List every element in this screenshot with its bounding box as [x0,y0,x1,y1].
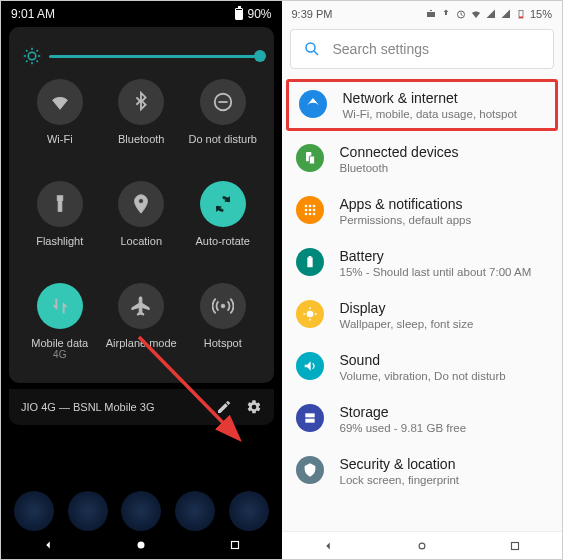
briefcase-icon [425,8,437,20]
qs-tile-label: Airplane mode [106,337,177,349]
svg-line-21 [314,51,318,55]
svg-point-29 [312,209,315,212]
clock: 9:01 AM [11,7,55,21]
airplane-icon [118,283,164,329]
devices-icon [296,144,324,172]
settings-screen: 9:39 PM 15% Search settings Network & in… [282,1,563,559]
settings-row-sub: Permissions, default apps [340,214,472,226]
apps-icon [296,196,324,224]
status-bar-right: 9:39 PM 15% [282,1,563,23]
battery-icon [515,8,527,20]
search-placeholder: Search settings [333,41,430,57]
settings-row-security[interactable]: Security & locationLock screen, fingerpr… [282,445,563,497]
home-icon[interactable] [415,539,429,553]
svg-point-30 [304,213,307,216]
recent-icon[interactable] [508,539,522,553]
settings-row-title: Network & internet [343,90,518,106]
autorotate-icon [200,181,246,227]
back-icon[interactable] [41,538,55,552]
settings-row-title: Sound [340,352,506,368]
svg-point-25 [308,205,311,208]
qs-tile-label: Flashlight [36,235,83,247]
svg-point-27 [304,209,307,212]
qs-tile-dnd[interactable]: Do not disturb [182,79,264,173]
svg-point-28 [308,209,311,212]
settings-row-sub: Bluetooth [340,162,459,174]
display-icon [296,300,324,328]
brightness-slider[interactable] [19,37,264,79]
qs-tile-label: Location [120,235,162,247]
settings-list: Network & internetWi-Fi, mobile, data us… [282,79,563,497]
battery-pct: 15% [530,8,552,20]
dock-app[interactable] [229,491,269,531]
qs-tile-hotspot[interactable]: Hotspot [182,283,264,377]
svg-line-6 [37,61,39,63]
qs-tile-wifi[interactable]: Wi-Fi [19,79,101,173]
storage-icon [296,404,324,432]
svg-rect-34 [308,256,311,257]
settings-row-apps[interactable]: Apps & notificationsPermissions, default… [282,185,563,237]
home-icon[interactable] [134,538,148,552]
clock: 9:39 PM [292,8,333,20]
settings-row-battery[interactable]: Battery15% - Should last until about 7:0… [282,237,563,289]
svg-rect-41 [305,419,314,423]
recent-icon[interactable] [228,538,242,552]
back-icon[interactable] [321,539,335,553]
qs-tile-label: Bluetooth [118,133,164,145]
qs-tile-label: Do not disturb [189,133,257,145]
edit-icon[interactable] [216,399,232,415]
svg-rect-12 [58,200,62,211]
settings-row-sub: 69% used - 9.81 GB free [340,422,467,434]
dnd-icon [200,79,246,125]
search-settings[interactable]: Search settings [290,29,555,69]
network-status: JIO 4G — BSNL Mobile 3G [21,401,202,413]
settings-row-sub: Lock screen, fingerprint [340,474,460,486]
svg-point-31 [308,213,311,216]
qs-footer: JIO 4G — BSNL Mobile 3G [9,389,274,425]
qs-tile-label: Auto-rotate [196,235,250,247]
svg-rect-11 [57,196,63,201]
svg-rect-16 [231,542,238,549]
qs-tile-autorotate[interactable]: Auto-rotate [182,181,264,275]
dock-app[interactable] [14,491,54,531]
settings-row-sub: Volume, vibration, Do not disturb [340,370,506,382]
brightness-track[interactable] [49,55,260,58]
settings-row-display[interactable]: DisplayWallpaper, sleep, font size [282,289,563,341]
settings-row-sound[interactable]: SoundVolume, vibration, Do not disturb [282,341,563,393]
settings-row-title: Connected devices [340,144,459,160]
settings-row-storage[interactable]: Storage69% used - 9.81 GB free [282,393,563,445]
settings-row-sub: Wallpaper, sleep, font size [340,318,474,330]
qs-tile-mobiledata[interactable]: Mobile data4G [19,283,101,377]
mobiledata-icon [37,283,83,329]
upload-icon [440,8,452,20]
dock-app[interactable] [68,491,108,531]
alarm-icon [455,8,467,20]
nav-bar-right [282,531,563,559]
svg-point-24 [304,205,307,208]
settings-row-title: Security & location [340,456,460,472]
signal-icon [485,8,497,20]
settings-row-title: Storage [340,404,467,420]
svg-point-13 [221,304,225,308]
gear-icon[interactable] [246,399,262,415]
battery-icon [296,248,324,276]
qs-tile-bluetooth[interactable]: Bluetooth [101,79,183,173]
qs-tile-location[interactable]: Location [101,181,183,275]
qs-tile-flashlight[interactable]: Flashlight [19,181,101,275]
dock-app[interactable] [121,491,161,531]
bluetooth-icon [118,79,164,125]
battery-icon [235,8,243,20]
signal-icon [500,8,512,20]
dock-app[interactable] [175,491,215,531]
settings-row-title: Display [340,300,474,316]
svg-point-20 [306,43,315,52]
qs-tile-label: Mobile data [31,337,88,349]
qs-tile-airplane[interactable]: Airplane mode [101,283,183,377]
settings-row-network[interactable]: Network & internetWi-Fi, mobile, data us… [286,79,559,131]
status-bar-left: 9:01 AM 90% [1,1,282,23]
svg-point-32 [312,213,315,216]
settings-row-devices[interactable]: Connected devicesBluetooth [282,133,563,185]
battery-pct: 90% [247,7,271,21]
svg-rect-40 [305,413,314,417]
qs-tile-label: Hotspot [204,337,242,349]
